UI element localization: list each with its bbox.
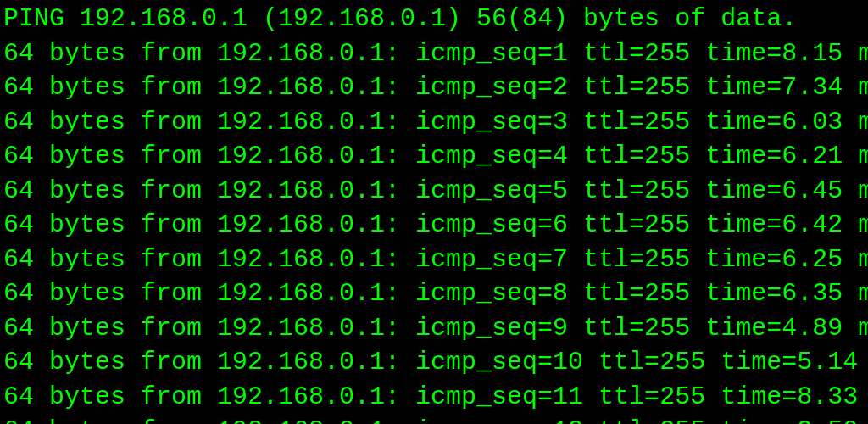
- ping-reply-line: 64 bytes from 192.168.0.1: icmp_seq=1 tt…: [3, 36, 865, 71]
- ping-reply-line: 64 bytes from 192.168.0.1: icmp_seq=2 tt…: [3, 70, 865, 105]
- ping-reply-line: 64 bytes from 192.168.0.1: icmp_seq=12 t…: [3, 414, 865, 424]
- ping-reply-line: 64 bytes from 192.168.0.1: icmp_seq=7 tt…: [3, 243, 865, 277]
- ping-reply-line: 64 bytes from 192.168.0.1: icmp_seq=3 tt…: [3, 105, 865, 140]
- ping-reply-line: 64 bytes from 192.168.0.1: icmp_seq=8 tt…: [3, 276, 865, 311]
- ping-reply-line: 64 bytes from 192.168.0.1: icmp_seq=4 tt…: [3, 139, 865, 174]
- ping-reply-line: 64 bytes from 192.168.0.1: icmp_seq=6 tt…: [3, 208, 865, 243]
- ping-reply-line: 64 bytes from 192.168.0.1: icmp_seq=9 tt…: [3, 311, 865, 346]
- ping-reply-line: 64 bytes from 192.168.0.1: icmp_seq=5 tt…: [3, 174, 865, 209]
- ping-reply-line: 64 bytes from 192.168.0.1: icmp_seq=10 t…: [3, 345, 865, 380]
- ping-header: PING 192.168.0.1 (192.168.0.1) 56(84) by…: [3, 2, 865, 36]
- ping-reply-line: 64 bytes from 192.168.0.1: icmp_seq=11 t…: [3, 380, 865, 415]
